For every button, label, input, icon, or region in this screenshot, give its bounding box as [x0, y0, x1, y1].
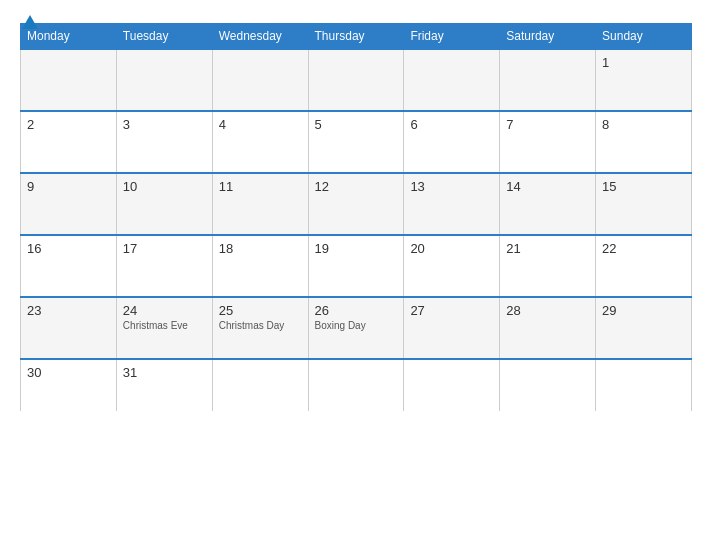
- day-number: 8: [602, 117, 685, 132]
- day-number: 6: [410, 117, 493, 132]
- day-number: 16: [27, 241, 110, 256]
- calendar-cell: 24Christmas Eve: [116, 297, 212, 359]
- calendar-cell: 22: [596, 235, 692, 297]
- weekday-friday: Friday: [404, 24, 500, 50]
- calendar-cell: 15: [596, 173, 692, 235]
- weekday-wednesday: Wednesday: [212, 24, 308, 50]
- weekday-header-row: MondayTuesdayWednesdayThursdayFridaySatu…: [21, 24, 692, 50]
- calendar-cell: [212, 49, 308, 111]
- calendar-cell: 25Christmas Day: [212, 297, 308, 359]
- day-number: 13: [410, 179, 493, 194]
- calendar-cell: 4: [212, 111, 308, 173]
- calendar-cell: 7: [500, 111, 596, 173]
- calendar-cell: 10: [116, 173, 212, 235]
- calendar-cell: [212, 359, 308, 411]
- day-number: 18: [219, 241, 302, 256]
- calendar-cell: 29: [596, 297, 692, 359]
- calendar-cell: 18: [212, 235, 308, 297]
- calendar-week-3: 9101112131415: [21, 173, 692, 235]
- day-number: 15: [602, 179, 685, 194]
- calendar-week-5: 2324Christmas Eve25Christmas Day26Boxing…: [21, 297, 692, 359]
- calendar-cell: [500, 49, 596, 111]
- day-number: 10: [123, 179, 206, 194]
- day-number: 29: [602, 303, 685, 318]
- calendar-cell: 17: [116, 235, 212, 297]
- day-number: 30: [27, 365, 110, 380]
- day-number: 27: [410, 303, 493, 318]
- calendar-cell: 1: [596, 49, 692, 111]
- day-number: 23: [27, 303, 110, 318]
- calendar-cell: 5: [308, 111, 404, 173]
- weekday-thursday: Thursday: [308, 24, 404, 50]
- day-number: 26: [315, 303, 398, 318]
- calendar-cell: 23: [21, 297, 117, 359]
- day-number: 9: [27, 179, 110, 194]
- day-number: 21: [506, 241, 589, 256]
- calendar-cell: 21: [500, 235, 596, 297]
- holiday-label: Christmas Day: [219, 320, 302, 331]
- day-number: 3: [123, 117, 206, 132]
- day-number: 7: [506, 117, 589, 132]
- calendar-cell: [308, 359, 404, 411]
- weekday-saturday: Saturday: [500, 24, 596, 50]
- calendar-cell: 8: [596, 111, 692, 173]
- day-number: 1: [602, 55, 685, 70]
- holiday-label: Boxing Day: [315, 320, 398, 331]
- calendar-cell: 16: [21, 235, 117, 297]
- calendar-cell: 9: [21, 173, 117, 235]
- weekday-sunday: Sunday: [596, 24, 692, 50]
- calendar-cell: [21, 49, 117, 111]
- logo: [20, 15, 38, 29]
- day-number: 4: [219, 117, 302, 132]
- calendar-cell: 12: [308, 173, 404, 235]
- day-number: 19: [315, 241, 398, 256]
- weekday-tuesday: Tuesday: [116, 24, 212, 50]
- calendar-cell: [116, 49, 212, 111]
- calendar-cell: 3: [116, 111, 212, 173]
- day-number: 12: [315, 179, 398, 194]
- day-number: 25: [219, 303, 302, 318]
- day-number: 20: [410, 241, 493, 256]
- day-number: 28: [506, 303, 589, 318]
- calendar-cell: 2: [21, 111, 117, 173]
- calendar-cell: 11: [212, 173, 308, 235]
- calendar-cell: 26Boxing Day: [308, 297, 404, 359]
- calendar-cell: [404, 359, 500, 411]
- day-number: 2: [27, 117, 110, 132]
- calendar-cell: 30: [21, 359, 117, 411]
- day-number: 22: [602, 241, 685, 256]
- calendar-cell: [308, 49, 404, 111]
- calendar-cell: 27: [404, 297, 500, 359]
- calendar-week-1: 1: [21, 49, 692, 111]
- calendar-week-4: 16171819202122: [21, 235, 692, 297]
- day-number: 14: [506, 179, 589, 194]
- day-number: 31: [123, 365, 206, 380]
- calendar-cell: [404, 49, 500, 111]
- logo-triangle-icon: [22, 15, 38, 29]
- calendar-table: MondayTuesdayWednesdayThursdayFridaySatu…: [20, 23, 692, 411]
- day-number: 17: [123, 241, 206, 256]
- calendar-cell: [500, 359, 596, 411]
- calendar-cell: 28: [500, 297, 596, 359]
- calendar-cell: 31: [116, 359, 212, 411]
- calendar-cell: 13: [404, 173, 500, 235]
- day-number: 5: [315, 117, 398, 132]
- calendar-cell: 14: [500, 173, 596, 235]
- calendar-cell: [596, 359, 692, 411]
- calendar-week-2: 2345678: [21, 111, 692, 173]
- holiday-label: Christmas Eve: [123, 320, 206, 331]
- calendar-week-6: 3031: [21, 359, 692, 411]
- calendar-cell: 20: [404, 235, 500, 297]
- calendar-cell: 6: [404, 111, 500, 173]
- calendar-page: MondayTuesdayWednesdayThursdayFridaySatu…: [0, 0, 712, 550]
- calendar-cell: 19: [308, 235, 404, 297]
- day-number: 11: [219, 179, 302, 194]
- day-number: 24: [123, 303, 206, 318]
